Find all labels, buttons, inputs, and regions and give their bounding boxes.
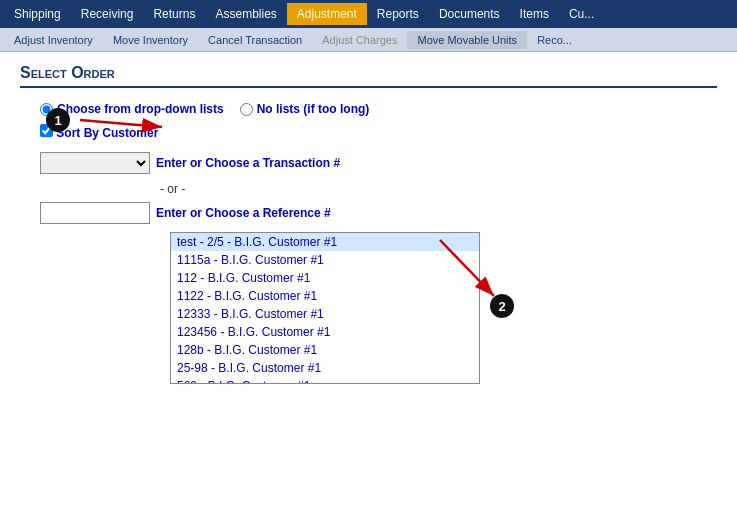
list-item[interactable]: 569 - B.I.G. Customer #1	[171, 377, 479, 383]
subnav-reco[interactable]: Reco...	[527, 31, 582, 49]
form-section: Choose from drop-down lists No lists (if…	[40, 102, 717, 384]
reference-label: Enter or Choose a Reference #	[156, 206, 331, 220]
radio-nolist-label[interactable]: No lists (if too long)	[240, 102, 370, 116]
sub-nav: Adjust Inventory Move Inventory Cancel T…	[0, 28, 737, 52]
list-item[interactable]: 1122 - B.I.G. Customer #1	[171, 287, 479, 305]
list-item[interactable]: test - 2/5 - B.I.G. Customer #1	[171, 233, 479, 251]
checkbox-row: Sort By Customer	[40, 124, 717, 140]
list-item[interactable]: 1115a - B.I.G. Customer #1	[171, 251, 479, 269]
list-item[interactable]: 25-98 - B.I.G. Customer #1	[171, 359, 479, 377]
main-content: Select Order Choose from drop-down lists…	[0, 52, 737, 396]
subnav-cancel-transaction[interactable]: Cancel Transaction	[198, 31, 312, 49]
reference-input[interactable]	[40, 202, 150, 224]
reference-row: Enter or Choose a Reference #	[40, 202, 717, 224]
nav-customers[interactable]: Cu...	[559, 3, 604, 25]
dropdown-list-container: test - 2/5 - B.I.G. Customer #1 1115a - …	[170, 232, 480, 384]
transaction-row: Enter or Choose a Transaction #	[40, 152, 717, 174]
subnav-move-inventory[interactable]: Move Inventory	[103, 31, 198, 49]
subnav-adjust-charges[interactable]: Adjust Charges	[312, 31, 407, 49]
transaction-select[interactable]	[40, 152, 150, 174]
list-item[interactable]: 123456 - B.I.G. Customer #1	[171, 323, 479, 341]
callout-1: 1	[46, 108, 70, 132]
nav-items[interactable]: Items	[510, 3, 559, 25]
subnav-move-movable-units[interactable]: Move Movable Units	[407, 31, 527, 49]
dropdown-list-inner[interactable]: test - 2/5 - B.I.G. Customer #1 1115a - …	[171, 233, 479, 383]
nav-receiving[interactable]: Receiving	[71, 3, 144, 25]
callout-2: 2	[490, 294, 514, 318]
radio-dropdown-text: Choose from drop-down lists	[57, 102, 224, 116]
sort-customer-text: Sort By Customer	[56, 126, 158, 140]
nav-reports[interactable]: Reports	[367, 3, 429, 25]
nav-assemblies[interactable]: Assemblies	[205, 3, 286, 25]
nav-returns[interactable]: Returns	[143, 3, 205, 25]
transaction-label: Enter or Choose a Transaction #	[156, 156, 340, 170]
radio-nolist-text: No lists (if too long)	[257, 102, 370, 116]
nav-documents[interactable]: Documents	[429, 3, 510, 25]
radio-nolist[interactable]	[240, 103, 253, 116]
or-text: - or -	[160, 182, 185, 196]
page-title: Select Order	[20, 64, 717, 88]
top-nav: Shipping Receiving Returns Assemblies Ad…	[0, 0, 737, 28]
radio-group: Choose from drop-down lists No lists (if…	[40, 102, 717, 116]
list-item[interactable]: 112 - B.I.G. Customer #1	[171, 269, 479, 287]
nav-shipping[interactable]: Shipping	[4, 3, 71, 25]
subnav-adjust-inventory[interactable]: Adjust Inventory	[4, 31, 103, 49]
list-item[interactable]: 128b - B.I.G. Customer #1	[171, 341, 479, 359]
list-item[interactable]: 12333 - B.I.G. Customer #1	[171, 305, 479, 323]
nav-adjustment[interactable]: Adjustment	[287, 3, 367, 25]
